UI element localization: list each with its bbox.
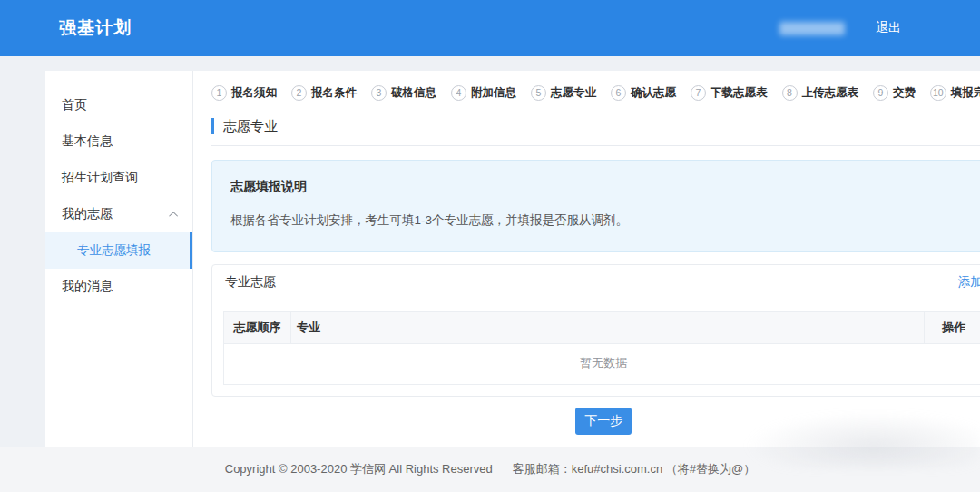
step-label: 交费 (893, 85, 916, 101)
step-item-4: 4附加信息 (451, 85, 516, 101)
sidebar-item-label: 首页 (62, 97, 87, 113)
column-header-order: 志愿顺序 (224, 312, 291, 344)
notice-title: 志愿填报说明 (230, 179, 977, 195)
panel-title: 专业志愿 (225, 274, 276, 290)
column-header-action: 操作 (924, 312, 980, 344)
page-title: 志愿专业 (211, 118, 980, 134)
sidebar-item-label: 专业志愿填报 (77, 242, 151, 259)
stepper: 1报名须知2报名条件3破格信息4附加信息5志愿专业6确认志愿7下载志愿表8上传志… (211, 84, 980, 102)
sidebar-item-label: 我的消息 (62, 279, 113, 295)
sidebar-item-label: 基本信息 (62, 133, 113, 150)
step-connector (602, 93, 605, 93)
column-header-major: 专业 (291, 312, 925, 344)
copyright-text: Copyright © 2003-2020 学信网 All Rights Res… (225, 461, 493, 477)
notice-body: 根据各省专业计划安排，考生可填1-3个专业志愿，并填报是否服从调剂。 (230, 212, 977, 230)
step-connector (282, 93, 286, 93)
step-number: 9 (873, 85, 888, 101)
empty-row: 暂无数据 (224, 344, 980, 385)
chevron-up-icon (169, 211, 178, 220)
step-label: 上传志愿表 (802, 85, 859, 101)
step-number: 1 (211, 85, 227, 101)
section-divider (211, 145, 980, 146)
step-connector (442, 93, 446, 93)
step-label: 下载志愿表 (710, 85, 768, 101)
step-number: 7 (691, 85, 706, 101)
step-number: 2 (291, 85, 307, 101)
main-panel: 1报名须知2报名条件3破格信息4附加信息5志愿专业6确认志愿7下载志愿表8上传志… (193, 71, 980, 447)
table-header-row: 志愿顺序 专业 操作 (224, 312, 980, 344)
step-item-6: 6确认志愿 (611, 85, 676, 101)
empty-state-text: 暂无数据 (224, 344, 980, 385)
step-label: 确认志愿 (631, 85, 676, 101)
content-wrapper: 首页基本信息招生计划查询我的志愿专业志愿填报我的消息 1报名须知2报名条件3破格… (45, 71, 935, 447)
step-item-7: 7下载志愿表 (691, 85, 768, 101)
sidebar-item-专业志愿填报[interactable]: 专业志愿填报 (45, 232, 192, 269)
panel-body: 志愿顺序 专业 操作 暂无数据 (212, 300, 980, 396)
app-title: 强基计划 (59, 16, 132, 40)
step-label: 破格信息 (391, 85, 436, 101)
next-step-button[interactable]: 下一步 (575, 408, 632, 435)
step-connector (522, 93, 525, 93)
step-connector (362, 93, 366, 93)
button-row: 下一步 (211, 408, 980, 435)
service-email-text: 客服邮箱：kefu#chsi.com.cn （将#替换为@） (513, 461, 755, 477)
sidebar-menu: 首页基本信息招生计划查询我的志愿专业志愿填报我的消息 (45, 71, 193, 447)
step-item-5: 5志愿专业 (531, 85, 596, 101)
step-number: 5 (531, 85, 546, 101)
sidebar-item-基本信息[interactable]: 基本信息 (45, 123, 192, 160)
step-label: 附加信息 (471, 85, 516, 101)
logout-button[interactable]: 退出 (876, 20, 901, 36)
step-number: 4 (451, 85, 466, 101)
step-label: 报名须知 (231, 85, 277, 101)
notice-box: 志愿填报说明 根据各省专业计划安排，考生可填1-3个专业志愿，并填报是否服从调剂… (211, 160, 980, 252)
sidebar-item-我的志愿[interactable]: 我的志愿 (45, 196, 192, 232)
step-number: 8 (782, 85, 798, 101)
step-item-2: 2报名条件 (291, 85, 357, 101)
step-item-8: 8上传志愿表 (782, 85, 859, 101)
step-number: 10 (930, 85, 946, 101)
sidebar-item-label: 招生计划查询 (62, 170, 138, 186)
top-header: 强基计划 退出 (0, 0, 980, 56)
preference-table: 志愿顺序 专业 操作 暂无数据 (223, 311, 980, 385)
step-connector (773, 93, 777, 93)
step-label: 填报完成 (951, 85, 980, 101)
page-footer: Copyright © 2003-2020 学信网 All Rights Res… (0, 447, 980, 492)
sidebar-item-我的消息[interactable]: 我的消息 (45, 269, 192, 305)
add-button[interactable]: 添加 (958, 274, 980, 290)
sidebar-item-首页[interactable]: 首页 (45, 87, 192, 123)
step-label: 报名条件 (311, 85, 357, 101)
sidebar-item-招生计划查询[interactable]: 招生计划查询 (45, 160, 192, 196)
sidebar-item-label: 我的志愿 (62, 206, 113, 222)
user-name-redacted (779, 22, 845, 35)
step-item-9: 9交费 (873, 85, 916, 101)
step-label: 志愿专业 (551, 85, 596, 101)
step-connector (864, 93, 867, 93)
step-item-1: 1报名须知 (211, 85, 277, 101)
major-preference-panel: 专业志愿 添加 志愿顺序 专业 操作 暂无数据 (211, 264, 980, 397)
step-item-10: 10填报完成 (930, 85, 980, 101)
step-number: 6 (611, 85, 626, 101)
step-connector (681, 93, 685, 93)
step-item-3: 3破格信息 (371, 85, 436, 101)
step-number: 3 (371, 85, 387, 101)
panel-header: 专业志愿 添加 (212, 265, 980, 300)
step-connector (921, 93, 925, 93)
